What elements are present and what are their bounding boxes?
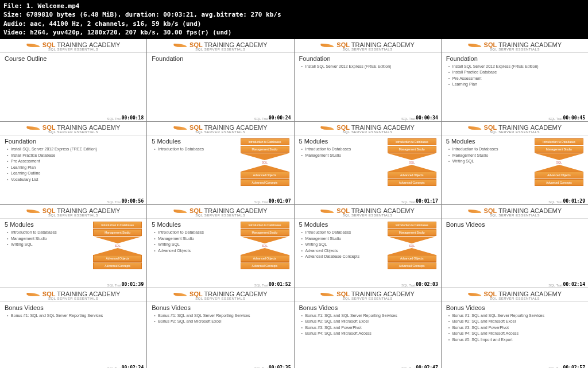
slide-logo: SQL TRAINING ACADEMYSQL SERVER ESSENTIAL…: [442, 122, 588, 135]
slide-content: Bonus Videos: [442, 219, 588, 288]
thumbnail-2[interactable]: SQL TRAINING ACADEMYSQL SERVER ESSENTIAL…: [295, 39, 441, 122]
slide-logo: SQL TRAINING ACADEMYSQL SERVER ESSENTIAL…: [0, 39, 146, 53]
swoosh-icon: [26, 41, 40, 48]
bullet-item: Writing SQL: [154, 242, 227, 248]
swoosh-icon: [26, 207, 40, 214]
slide-content: Course Outline: [0, 53, 146, 122]
slide-content: FoundationInstall SQL Server 2012 Expres…: [442, 53, 588, 122]
timestamp: 00:01:52: [268, 282, 292, 287]
thumbnail-9[interactable]: SQL TRAINING ACADEMYSQL SERVER ESSENTIAL…: [147, 205, 293, 288]
thumbnail-5[interactable]: SQL TRAINING ACADEMYSQL SERVER ESSENTIAL…: [147, 122, 293, 204]
bullet-item: Pre Assessment: [7, 158, 142, 165]
slide-logo: SQL TRAINING ACADEMYSQL SERVER ESSENTIAL…: [0, 288, 146, 302]
swoosh-icon: [26, 290, 40, 297]
thumbnail-3[interactable]: SQL TRAINING ACADEMYSQL SERVER ESSENTIAL…: [442, 39, 588, 122]
bullet-item: Learning Plan: [448, 82, 583, 88]
thumbnail-8[interactable]: SQL TRAINING ACADEMYSQL SERVER ESSENTIAL…: [0, 205, 146, 288]
bullet-item: Management Studio: [154, 236, 227, 242]
thumbnail-12[interactable]: SQL TRAINING ACADEMYSQL SERVER ESSENTIAL…: [0, 288, 146, 368]
slide-logo: SQL TRAINING ACADEMYSQL SERVER ESSENTIAL…: [147, 122, 293, 135]
bullet-item: Introduction to Databases: [301, 146, 375, 153]
slide-logo: SQL TRAINING ACADEMYSQL SERVER ESSENTIAL…: [295, 288, 441, 302]
bullet-list: Introduction to Databases: [152, 146, 227, 153]
bullet-item: Vocabulary List: [7, 177, 142, 183]
slide-logo: SQL TRAINING ACADEMYSQL SERVER ESSENTIAL…: [442, 39, 588, 53]
bullet-item: Bonus #3: SQL and PowerPivot: [448, 325, 583, 331]
slide-content: FoundationInstall SQL Server 2012 Expres…: [295, 53, 441, 122]
thumbnail-14[interactable]: SQL TRAINING ACADEMYSQL SERVER ESSENTIAL…: [295, 288, 441, 368]
slide-title: Bonus Videos: [446, 304, 583, 311]
bullet-item: Advanced Objects: [301, 248, 375, 254]
bullet-item: Introduction to Databases: [301, 230, 375, 236]
slide-content: 5 ModulesIntroduction to DatabasesManage…: [0, 219, 146, 288]
swoosh-icon: [173, 290, 187, 297]
thumbnail-4[interactable]: SQL TRAINING ACADEMYSQL SERVER ESSENTIAL…: [0, 122, 146, 204]
timestamp: 00:02:14: [562, 282, 586, 287]
bullet-item: Introduction to Databases: [154, 146, 227, 153]
slide-content: Bonus VideosBonus #1: SQL and SQL Server…: [442, 302, 588, 368]
bullet-list: Bonus #1: SQL and SQL Server Reporting S…: [152, 313, 289, 325]
slide-content: 5 ModulesIntroduction to DatabasesManage…: [442, 135, 588, 204]
slide-content: 5 ModulesIntroduction to DatabasesManage…: [295, 135, 441, 204]
swoosh-icon: [173, 124, 187, 131]
swoosh-icon: [320, 290, 334, 297]
bullet-item: Install SQL Server 2012 Express (FREE Ed…: [448, 64, 583, 70]
timestamp: 00:01:29: [562, 199, 586, 204]
slide-content: 5 ModulesIntroduction to DatabasesManage…: [147, 219, 293, 288]
slide-logo: SQL TRAINING ACADEMYSQL SERVER ESSENTIAL…: [0, 122, 146, 135]
bullet-item: Learning Outline: [7, 171, 142, 177]
timestamp: 00:02:24: [121, 365, 145, 368]
thumbnail-0[interactable]: SQL TRAINING ACADEMYSQL SERVER ESSENTIAL…: [0, 39, 146, 122]
bullet-item: Management Studio: [301, 236, 375, 242]
bullet-item: Install Practice Database: [448, 69, 583, 76]
thumbnail-15[interactable]: SQL TRAINING ACADEMYSQL SERVER ESSENTIAL…: [442, 288, 588, 368]
timestamp: 00:00:45: [562, 115, 586, 121]
slide-title: Bonus Videos: [152, 304, 289, 311]
thumbnail-7[interactable]: SQL TRAINING ACADEMYSQL SERVER ESSENTIAL…: [442, 122, 588, 204]
slide-content: 5 ModulesIntroduction to DatabasesManage…: [295, 219, 441, 288]
slide-title: Foundation: [5, 138, 142, 145]
bullet-list: Bonus #1: SQL and SQL Server Reporting S…: [299, 313, 436, 337]
bullet-item: Bonus #1: SQL and SQL Server Reporting S…: [7, 313, 142, 319]
bullet-item: Introduction to Databases: [448, 146, 522, 153]
slide-title: Foundation: [446, 55, 583, 62]
thumbnail-10[interactable]: SQL TRAINING ACADEMYSQL SERVER ESSENTIAL…: [295, 205, 441, 288]
slide-title: Foundation: [152, 55, 289, 62]
bullet-item: Bonus #4: SQL and Microsoft Access: [448, 331, 583, 337]
bullet-item: Advanced Database Concepts: [301, 254, 375, 260]
bullet-item: Writing SQL: [7, 242, 80, 248]
timestamp: 00:00:34: [415, 115, 439, 121]
slide-logo: SQL TRAINING ACADEMYSQL SERVER ESSENTIAL…: [147, 205, 293, 219]
bullet-item: Pre Assessment: [448, 76, 583, 82]
slide-logo: SQL TRAINING ACADEMYSQL SERVER ESSENTIAL…: [442, 205, 588, 219]
module-diagram: Introduction to DatabasesManagement Stud…: [241, 138, 289, 187]
thumbnail-11[interactable]: SQL TRAINING ACADEMYSQL SERVER ESSENTIAL…: [442, 205, 588, 288]
bullet-item: Install SQL Server 2012 Express (FREE Ed…: [301, 64, 436, 70]
slide-logo: SQL TRAINING ACADEMYSQL SERVER ESSENTIAL…: [147, 39, 293, 53]
bullet-item: Bonus #5: SQL Import and Export: [448, 337, 583, 343]
timestamp: 00:01:17: [415, 199, 439, 204]
slide-content: 5 ModulesIntroduction to DatabasesIntrod…: [147, 135, 293, 204]
slide-content: Bonus VideosBonus #1: SQL and SQL Server…: [295, 302, 441, 368]
thumbnail-6[interactable]: SQL TRAINING ACADEMYSQL SERVER ESSENTIAL…: [295, 122, 441, 204]
bullet-list: Introduction to DatabasesManagement Stud…: [299, 146, 375, 158]
bullet-item: Install Practice Database: [7, 153, 142, 159]
bullet-item: Writing SQL: [448, 158, 522, 165]
thumbnail-13[interactable]: SQL TRAINING ACADEMYSQL SERVER ESSENTIAL…: [147, 288, 293, 368]
bullet-item: Bonus #1: SQL and SQL Server Reporting S…: [301, 313, 436, 319]
bullet-item: Bonus #1: SQL and SQL Server Reporting S…: [448, 313, 583, 319]
thumbnail-1[interactable]: SQL TRAINING ACADEMYSQL SERVER ESSENTIAL…: [147, 39, 293, 122]
bullet-item: Bonus #4: SQL and Microsoft Access: [301, 331, 436, 337]
module-diagram: Introduction to DatabasesManagement Stud…: [535, 138, 583, 187]
timestamp: 00:02:57: [562, 365, 586, 368]
module-diagram: Introduction to DatabasesManagement Stud…: [241, 222, 289, 270]
slide-title: Bonus Videos: [446, 221, 583, 228]
module-diagram: Introduction to DatabasesManagement Stud…: [93, 222, 142, 270]
bullet-item: Advanced Objects: [154, 248, 227, 254]
slide-title: Bonus Videos: [5, 304, 142, 311]
swoosh-icon: [468, 41, 482, 48]
swoosh-icon: [468, 290, 482, 297]
bullet-item: Bonus #2: SQL and Microsoft Excel: [301, 319, 436, 325]
swoosh-icon: [173, 41, 187, 48]
bullet-list: Introduction to DatabasesManagement Stud…: [152, 230, 227, 254]
